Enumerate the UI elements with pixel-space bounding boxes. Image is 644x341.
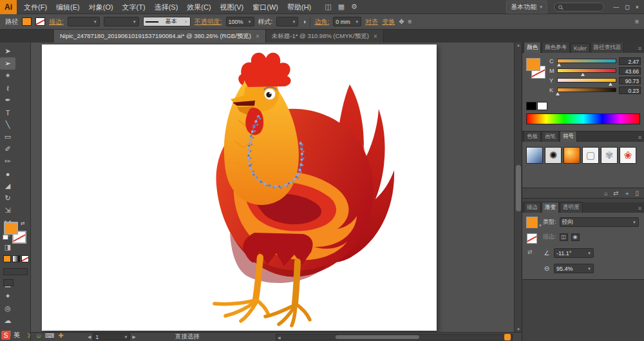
rectangle-tool[interactable]: ▭ [0, 131, 15, 143]
symbol-sprayer-tool[interactable]: ☁ [0, 315, 15, 327]
slider-thumb-icon[interactable] [581, 71, 585, 76]
channel-slider[interactable] [557, 78, 616, 83]
menu-item[interactable]: 文件(F) [19, 0, 52, 14]
document-tab[interactable]: 未标题-1* @ 310.98% (CMYK/预览) × [266, 30, 384, 43]
minimize-button[interactable]: — [613, 4, 619, 10]
menu-item[interactable]: 编辑(E) [52, 0, 84, 14]
symbol-orange-sphere[interactable] [564, 147, 580, 164]
panel-menu-icon[interactable]: ≡ [638, 205, 641, 211]
emoji-icon[interactable]: ☺ [34, 331, 43, 340]
direct-selection-tool[interactable]: ➢ [0, 57, 15, 70]
drawing-mode-button[interactable] [3, 268, 28, 275]
scale-tool[interactable]: ⇲ [0, 204, 15, 217]
prev-artboard-icon[interactable]: ◀ [88, 335, 91, 340]
scroll-down-icon[interactable]: ▼ [515, 327, 522, 331]
channel-value[interactable]: 90.73 [619, 77, 641, 84]
chevron-down-icon[interactable]: ▼ [538, 224, 542, 228]
blob-brush-tool[interactable]: ● [0, 168, 15, 180]
panel-tab[interactable]: 透明度 [560, 202, 583, 213]
gradient-fill-swatch[interactable]: ▼ [526, 217, 538, 228]
white-swatch[interactable] [537, 102, 547, 110]
pencil-tool[interactable]: ✏ [0, 155, 15, 168]
menu-item[interactable]: 选择(S) [150, 0, 183, 14]
symbol-blank-frame[interactable]: ▢ [582, 147, 599, 164]
transform-link[interactable]: 变换 [382, 17, 395, 26]
gradient-angle-dropdown[interactable]: -11.1°▼ [554, 248, 594, 258]
swap-fill-stroke-icon[interactable]: ⇄ [21, 220, 25, 226]
panel-menu-icon[interactable]: ≡ [638, 45, 641, 52]
canvas-area[interactable]: ▲ ▼ [31, 43, 522, 332]
new-symbol-icon[interactable]: ＋ [623, 189, 630, 198]
menu-item[interactable]: 效果(C) [182, 0, 215, 14]
menu-item[interactable]: 视图(V) [216, 0, 249, 14]
h-scroll-thumb[interactable] [336, 335, 419, 339]
gradient-aspect-dropdown[interactable]: 95.4%▼ [554, 264, 594, 273]
gradient-along-stroke-icon[interactable]: ◉ [571, 233, 580, 241]
menu-item[interactable]: 帮助(H) [283, 0, 316, 14]
vertical-scrollbar[interactable]: ▲ ▼ [514, 43, 522, 332]
scroll-up-icon[interactable]: ▲ [515, 43, 522, 47]
pen-tool[interactable]: ✒ [0, 94, 15, 106]
opacity-dropdown[interactable]: 100%▼ [226, 17, 254, 26]
slider-thumb-icon[interactable] [609, 81, 612, 86]
cs-live-icon[interactable]: ⚙ [351, 3, 357, 11]
panel-tab[interactable]: 路径查找器 [591, 42, 625, 53]
channel-slider[interactable] [557, 88, 616, 92]
default-fill-stroke-icon[interactable] [3, 235, 8, 240]
color-mode-button[interactable] [3, 255, 11, 262]
screen-mode-button[interactable] [3, 279, 14, 286]
type-tool[interactable]: T [0, 106, 15, 119]
panel-tab[interactable]: 色板 [524, 131, 541, 142]
symbol-red-flower[interactable]: ❀ [620, 147, 636, 164]
panel-tab[interactable]: 渐变 [542, 202, 559, 213]
search-input[interactable] [554, 3, 604, 12]
artboard-nav-input[interactable]: 1 ▼ [93, 333, 130, 340]
eraser-tool[interactable]: ◢ [0, 180, 15, 192]
menu-item[interactable]: 对象(O) [84, 0, 118, 14]
gradient-type-dropdown[interactable]: 径向▼ [560, 217, 639, 227]
channel-value[interactable]: 43.66 [619, 67, 641, 75]
slider-thumb-icon[interactable] [557, 61, 561, 66]
symbol-blue-banner[interactable] [526, 147, 543, 164]
night-mode-icon[interactable]: ☽ [23, 331, 32, 340]
panel-tab[interactable]: 描边 [524, 202, 541, 213]
slider-thumb-icon[interactable] [556, 90, 560, 95]
color-fill-swatch[interactable] [526, 58, 540, 71]
lang-cn-en-icon[interactable]: 英 [12, 331, 21, 340]
channel-value[interactable]: 0.23 [619, 86, 641, 94]
menu-item[interactable]: 文字(T) [118, 0, 150, 14]
fill-color-swatch[interactable] [22, 17, 32, 26]
lasso-tool[interactable]: ℓ [0, 82, 15, 94]
close-button[interactable]: × [636, 4, 639, 10]
panel-tab[interactable]: Kuler [571, 43, 590, 53]
place-symbol-icon[interactable]: ⇄ [613, 190, 618, 197]
line-segment-tool[interactable]: ╲ [0, 119, 15, 131]
none-mode-button[interactable] [21, 255, 29, 262]
stroke-link[interactable]: 描边: [49, 17, 64, 26]
restore-button[interactable]: ◻ [625, 4, 629, 10]
eyedropper-tool[interactable]: ✦ [0, 290, 15, 302]
panel-menu-icon[interactable]: ≡ [635, 18, 639, 25]
sogou-icon[interactable]: S [1, 331, 10, 340]
paintbrush-tool[interactable]: ✐ [0, 143, 15, 155]
stroke-color-swatch[interactable] [35, 17, 45, 26]
tab-close-icon[interactable]: × [256, 33, 260, 40]
panel-tab[interactable]: 颜色 [524, 42, 541, 53]
document-tab[interactable]: Nipic_24787180_20190610191537190084.ai* … [54, 30, 266, 43]
rotate-tool[interactable]: ↻ [0, 192, 15, 204]
color-spectrum[interactable] [526, 113, 640, 124]
horizontal-scrollbar[interactable]: ◀ ▶ [276, 334, 513, 340]
v-scroll-thumb[interactable] [516, 165, 521, 211]
next-artboard-icon[interactable]: ▶ [132, 335, 135, 340]
corner-value-dropdown[interactable]: 0 mm▼ [333, 17, 361, 26]
workspace-switcher[interactable]: 基本功能 ▼ [506, 1, 547, 14]
gradient-within-stroke-icon[interactable]: ◫ [560, 233, 568, 241]
gradient-mode-button[interactable] [12, 255, 20, 262]
artboard[interactable] [42, 44, 437, 331]
channel-value[interactable]: 2.47 [619, 57, 641, 65]
reverse-gradient-icon[interactable]: ⇄ [527, 249, 533, 255]
magic-wand-tool[interactable]: ✶ [0, 70, 15, 82]
width-profile-dropdown[interactable]: ▼ [104, 17, 139, 26]
selection-tool[interactable]: ➤ [0, 45, 15, 57]
align-objects-icon[interactable]: ✥ [399, 18, 404, 25]
